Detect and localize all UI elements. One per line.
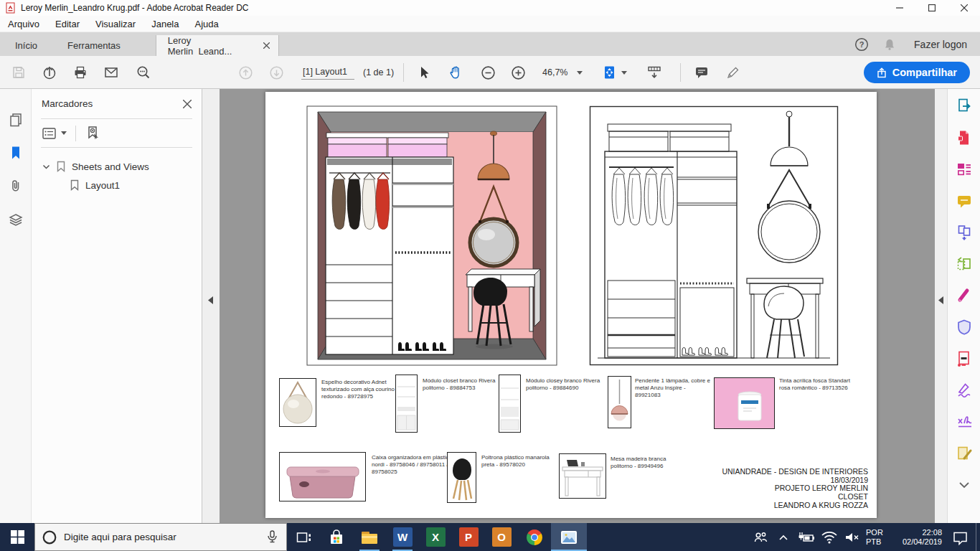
hidden-icons-chevron[interactable]	[772, 523, 795, 551]
tree-collapse-icon[interactable]	[42, 163, 50, 171]
page-number-input[interactable]: [1] Layout1	[301, 65, 354, 80]
edit-pdf-icon[interactable]	[956, 161, 973, 178]
menu-arquivo[interactable]: Arquivo	[0, 16, 47, 32]
protect-pdf-icon[interactable]	[956, 319, 973, 336]
bookmarks-panel-icon[interactable]	[6, 143, 25, 162]
zoom-dropdown-caret-icon[interactable]	[574, 62, 585, 83]
bookmark-options-button[interactable]	[42, 126, 67, 141]
product-image-box	[279, 452, 366, 501]
taskbar-search-input[interactable]	[64, 532, 258, 542]
previous-page-button[interactable]	[235, 62, 255, 83]
pencil-markup-button[interactable]	[723, 62, 743, 83]
menu-editar[interactable]: Editar	[47, 16, 88, 32]
scan-ocr-icon[interactable]	[956, 445, 973, 462]
request-signatures-icon[interactable]	[956, 413, 973, 430]
export-pdf-icon[interactable]	[956, 98, 973, 115]
taskbar-search-box[interactable]	[34, 523, 287, 551]
bookmark-item-layout1[interactable]: Layout1	[32, 176, 202, 194]
collapse-panel-arrow-icon[interactable]	[208, 296, 213, 304]
combine-files-icon[interactable]	[956, 224, 973, 241]
page-count-label: (1 de 1)	[363, 56, 394, 89]
left-nav-strip	[0, 89, 32, 523]
scrolling-mode-button[interactable]	[644, 62, 664, 83]
clock[interactable]: 22:08 02/04/2019	[894, 523, 946, 551]
tab-close-icon[interactable]	[263, 42, 270, 49]
bookmark-icon	[56, 161, 66, 172]
fill-sign-icon[interactable]	[956, 287, 973, 304]
bookmark-item-sheets-and-views[interactable]: Sheets and Views	[32, 157, 202, 176]
bookmarks-panel: Marcadores Sheets and Views Layout1	[32, 89, 202, 523]
menu-janela[interactable]: Janela	[143, 16, 187, 32]
people-icon[interactable]	[749, 523, 772, 551]
action-center-icon[interactable]	[946, 523, 976, 551]
taskbar-app-powerpoint[interactable]: P	[452, 523, 485, 551]
taskbar-app-image-viewer-active[interactable]	[551, 523, 587, 551]
certificates-sign-icon[interactable]	[956, 382, 973, 399]
product-label: Espelho decorativo Adnet texturizado com…	[321, 379, 399, 401]
panel-close-icon[interactable]	[183, 100, 192, 108]
product-image-module2	[499, 375, 521, 433]
tab-tools[interactable]: Ferramentas	[52, 35, 136, 56]
task-view-button[interactable]	[287, 523, 320, 551]
show-desktop-button[interactable]	[976, 523, 980, 551]
comment-tool-button[interactable]	[692, 62, 712, 83]
bookmark-options-caret-icon	[61, 131, 67, 135]
battery-icon[interactable]	[795, 523, 818, 551]
more-tools-chevron-icon[interactable]	[956, 476, 973, 494]
select-tool-button[interactable]	[414, 62, 434, 83]
tab-home[interactable]: Início	[0, 35, 52, 56]
create-pdf-icon[interactable]	[956, 129, 973, 146]
search-button[interactable]	[133, 62, 154, 83]
maximize-button[interactable]	[915, 0, 948, 16]
fit-page-button[interactable]	[600, 62, 620, 83]
microphone-icon[interactable]	[265, 529, 280, 545]
product-image-paint	[714, 377, 775, 429]
expand-tools-arrow-icon[interactable]	[938, 296, 943, 304]
tab-bar: Início Ferramentas Leroy Merlin_Leand...…	[0, 32, 980, 56]
fit-page-caret-icon[interactable]	[618, 62, 630, 83]
product-label: Mesa madeira branca politorno - 89949496	[611, 456, 682, 470]
outlook-icon: O	[492, 527, 512, 547]
word-icon: W	[393, 527, 413, 547]
taskbar-app-outlook[interactable]: O	[485, 523, 518, 551]
attachments-icon[interactable]	[6, 176, 25, 195]
language-indicator[interactable]: POR PTB	[864, 523, 894, 551]
save-button[interactable]	[9, 62, 29, 83]
email-button[interactable]	[101, 62, 121, 83]
zoom-out-button[interactable]	[478, 62, 498, 83]
system-tray: POR PTB 22:08 02/04/2019	[749, 523, 980, 551]
wifi-icon[interactable]	[818, 523, 841, 551]
notifications-bell-icon[interactable]	[882, 37, 897, 52]
page-thumbnails-icon[interactable]	[6, 110, 25, 129]
sign-in-link[interactable]: Fazer logon	[914, 39, 967, 50]
close-button[interactable]	[948, 0, 980, 16]
share-button[interactable]: Compartilhar	[864, 62, 970, 83]
redact-icon[interactable]	[956, 350, 973, 367]
print-button[interactable]	[70, 62, 90, 83]
help-icon[interactable]: ?	[854, 37, 870, 52]
taskbar-app-chrome[interactable]	[518, 523, 551, 551]
taskbar-app-word[interactable]: W	[386, 523, 419, 551]
tab-document[interactable]: Leroy Merlin_Leand...	[156, 35, 279, 56]
excel-icon: X	[426, 527, 446, 547]
zoom-level-value[interactable]: 46,7%	[542, 56, 567, 89]
find-current-bookmark-button[interactable]	[85, 125, 102, 142]
upload-share-button[interactable]	[39, 62, 60, 83]
hand-tool-button[interactable]	[446, 62, 466, 83]
organize-pages-icon[interactable]	[956, 255, 973, 273]
menu-ajuda[interactable]: Ajuda	[187, 16, 226, 32]
taskbar-app-store[interactable]	[320, 523, 353, 551]
volume-muted-icon[interactable]	[841, 523, 864, 551]
menu-visualizar[interactable]: Visualizar	[88, 16, 143, 32]
comment-tool-icon[interactable]	[956, 192, 973, 209]
taskbar-app-file-explorer[interactable]	[353, 523, 386, 551]
next-page-button[interactable]	[266, 62, 286, 83]
cortana-icon	[42, 529, 57, 545]
taskbar-app-excel[interactable]: X	[419, 523, 452, 551]
tab-document-label: Leroy Merlin_Leand...	[168, 35, 255, 57]
layers-icon[interactable]	[6, 211, 25, 230]
start-button[interactable]	[0, 523, 34, 551]
document-area[interactable]: Espelho decorativo Adnet texturizado com…	[220, 89, 935, 523]
minimize-button[interactable]	[883, 0, 915, 16]
zoom-in-button[interactable]	[508, 62, 528, 83]
